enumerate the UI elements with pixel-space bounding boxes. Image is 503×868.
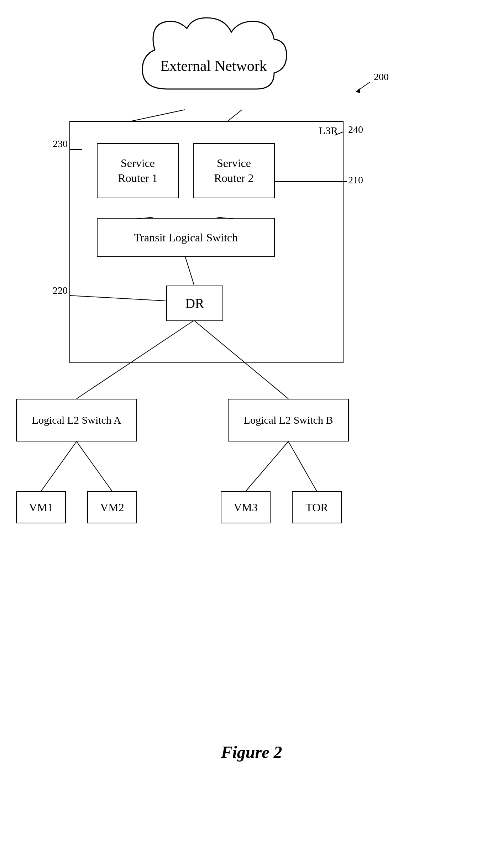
sr1-line1: Service xyxy=(121,156,155,171)
l3r-box: L3R Service Router 1 Service Router 2 Tr… xyxy=(69,121,344,363)
vm2-label: VM2 xyxy=(100,501,124,514)
l3r-label: L3R xyxy=(319,125,338,137)
transit-logical-switch-box: Transit Logical Switch xyxy=(97,218,275,257)
l2a-label: Logical L2 Switch A xyxy=(32,414,121,426)
svg-line-0 xyxy=(132,110,185,121)
tls-label: Transit Logical Switch xyxy=(134,231,238,244)
dr-label: DR xyxy=(185,296,204,311)
tor-label: TOR xyxy=(305,501,328,514)
vm3-label: VM3 xyxy=(234,501,258,514)
svg-line-8 xyxy=(77,441,112,491)
ref-label-240: 240 xyxy=(348,124,363,135)
svg-line-1 xyxy=(228,110,242,121)
sr2-line2: Router 2 xyxy=(214,171,253,186)
external-network-cloud: External Network xyxy=(121,11,306,110)
vm1-label: VM1 xyxy=(29,501,53,514)
dr-box: DR xyxy=(166,286,223,321)
ref-label-230: 230 xyxy=(53,138,68,150)
service-router-1-box: Service Router 1 xyxy=(97,143,179,198)
tor-box: TOR xyxy=(292,491,342,523)
figure-caption: Figure 2 xyxy=(0,742,503,762)
sr2-line1: Service xyxy=(217,156,251,171)
l2-switch-b-box: Logical L2 Switch B xyxy=(228,399,349,441)
svg-line-7 xyxy=(41,441,77,491)
l2-switch-a-box: Logical L2 Switch A xyxy=(16,399,137,441)
vm2-box: VM2 xyxy=(87,491,137,523)
ref-label-220: 220 xyxy=(53,285,68,296)
ref-label-200: 200 xyxy=(374,71,389,83)
service-router-2-box: Service Router 2 xyxy=(193,143,275,198)
external-network-label: External Network xyxy=(160,57,267,74)
vm1-box: VM1 xyxy=(16,491,66,523)
vm3-box: VM3 xyxy=(221,491,271,523)
sr1-line2: Router 1 xyxy=(118,171,157,186)
svg-line-9 xyxy=(246,441,288,491)
l2b-label: Logical L2 Switch B xyxy=(244,414,333,426)
svg-marker-16 xyxy=(356,88,360,93)
ref-label-210: 210 xyxy=(348,174,363,186)
svg-line-15 xyxy=(356,82,370,92)
svg-line-10 xyxy=(288,441,317,491)
